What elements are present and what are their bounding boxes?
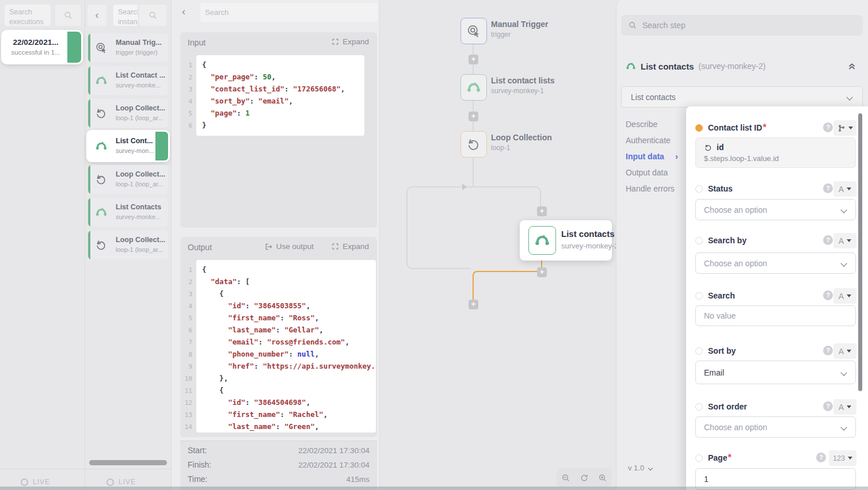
type-selector-text[interactable]: A: [833, 399, 856, 415]
chevron-down-icon: [840, 369, 847, 376]
node-title: List contacts: [561, 229, 615, 239]
add-step-button[interactable]: +: [537, 206, 547, 216]
version-select[interactable]: v 1.0: [628, 464, 652, 472]
help-icon[interactable]: ?: [816, 453, 826, 462]
node-subtitle: survey-monkey-2: [561, 242, 619, 250]
help-icon[interactable]: ?: [823, 290, 833, 300]
add-step-button[interactable]: +: [537, 267, 547, 277]
debug-search-input[interactable]: Search: [200, 3, 378, 22]
surveymonkey-icon: [466, 80, 481, 95]
step-subtitle: loop-1 (loop_ar...: [116, 114, 163, 121]
zoom-in-icon[interactable]: [598, 473, 607, 483]
node-manual-trigger[interactable]: [460, 18, 487, 44]
step-item-list-contact-lists[interactable]: List Contact ... survey-monke...: [88, 66, 168, 95]
surveymonkey-icon: [626, 61, 636, 71]
node-subtitle: trigger: [491, 30, 511, 39]
type-selector-jsonpath[interactable]: [833, 120, 856, 136]
search-step-input[interactable]: [642, 21, 856, 30]
output-expand-button[interactable]: Expand: [332, 242, 369, 251]
menu-item-handle-errors[interactable]: Handle errors: [626, 184, 675, 193]
field-label: Search: [708, 291, 735, 300]
step-item-list-contacts-2[interactable]: List Contacts survey-monke...: [88, 198, 168, 227]
add-step-button[interactable]: +: [469, 112, 478, 121]
sort-by-select[interactable]: Email: [695, 361, 856, 384]
type-selector-text[interactable]: A: [833, 181, 856, 197]
type-selector-number[interactable]: 123: [829, 450, 856, 466]
menu-item-input-data[interactable]: Input data: [626, 152, 664, 161]
connector-line: [473, 44, 474, 55]
step-item-manual-trigger[interactable]: Manual Trig... trigger (trigger): [88, 33, 168, 62]
manual-trigger-icon: [466, 24, 481, 39]
input-expand-button[interactable]: Expand: [332, 37, 369, 46]
search-executions-input[interactable]: Search executions: [5, 5, 51, 26]
connector-line: [473, 101, 474, 112]
add-step-button[interactable]: +: [469, 55, 478, 64]
zoom-out-icon[interactable]: [561, 473, 570, 483]
finish-label: Finish:: [188, 460, 211, 469]
sort-order-select[interactable]: Choose an option: [695, 416, 856, 438]
add-step-button[interactable]: +: [469, 300, 478, 309]
help-icon[interactable]: ?: [823, 346, 833, 355]
operation-select[interactable]: List contacts: [621, 86, 863, 108]
node-box[interactable]: [528, 226, 556, 255]
contact-list-id-value[interactable]: id $.steps.loop-1.value.id: [695, 137, 856, 168]
time-label: Time:: [188, 474, 207, 484]
help-icon[interactable]: ?: [823, 122, 833, 132]
search-instances-button[interactable]: [139, 5, 166, 26]
type-selector-text[interactable]: A: [833, 288, 856, 304]
workflow-canvas[interactable]: + + + + + Manual Trigger trigger List co…: [380, 0, 616, 490]
status-select[interactable]: Choose an option: [695, 199, 856, 220]
menu-item-output-data[interactable]: Output data: [626, 168, 668, 177]
node-title: List contact lists: [491, 76, 554, 85]
search-by-select[interactable]: Choose an option: [695, 252, 856, 274]
line-numbers: 1234567891011121314: [181, 260, 196, 433]
menu-item-describe[interactable]: Describe: [626, 120, 657, 129]
help-icon[interactable]: ?: [823, 183, 833, 193]
type-selector-text[interactable]: A: [833, 233, 856, 248]
live-label: LIVE: [119, 478, 136, 486]
select-placeholder: Choose an option: [704, 205, 767, 215]
step-subtitle: trigger (trigger): [116, 49, 158, 56]
loop-icon: [466, 137, 481, 152]
manual-trigger-icon: [95, 41, 108, 54]
node-loop-collection[interactable]: [460, 131, 487, 158]
search-step-box[interactable]: [621, 15, 863, 36]
caret-down-icon: [847, 187, 851, 190]
back-button[interactable]: ‹: [182, 5, 185, 18]
steps-live-toggle[interactable]: LIVE: [106, 478, 136, 486]
step-item-list-contacts-selected[interactable]: List Cont... survey-mon...: [88, 132, 168, 160]
collapse-instances-button[interactable]: ‹: [87, 5, 106, 26]
collapse-panel-button[interactable]: [847, 61, 857, 71]
node-list-contacts-selected[interactable]: List contacts survey-monkey-2: [520, 220, 612, 261]
form-scrollbar[interactable]: [858, 113, 862, 391]
input-code-block: 123456 { "per_page": 50, "contact_list_i…: [181, 55, 364, 136]
executions-live-toggle[interactable]: LIVE: [21, 478, 50, 486]
live-indicator-icon: [21, 478, 28, 486]
execution-card[interactable]: 22/02/2021... successful in 1...: [3, 32, 81, 63]
refresh-icon[interactable]: [580, 473, 589, 483]
step-item-loop-collection-1[interactable]: Loop Collect... loop-1 (loop_ar...: [88, 99, 168, 128]
search-executions-button[interactable]: [55, 5, 81, 26]
step-item-loop-collection-2[interactable]: Loop Collect... loop-1 (loop_ar...: [88, 165, 168, 194]
type-selector-text[interactable]: A: [833, 343, 856, 359]
step-item-loop-collection-3[interactable]: Loop Collect... loop-1 (loop_ar...: [88, 231, 168, 259]
use-output-button[interactable]: Use output: [265, 242, 314, 251]
search-icon: [148, 10, 158, 20]
start-label: Start:: [188, 446, 207, 455]
chevron-down-icon: [840, 206, 847, 213]
loop-path-corner: [406, 186, 413, 193]
search-instances-input[interactable]: Search instances: [113, 5, 138, 26]
help-icon[interactable]: ?: [823, 235, 833, 245]
chevron-right-icon: ›: [675, 151, 678, 161]
node-list-contact-lists[interactable]: [460, 74, 487, 101]
value-indicator: [695, 185, 703, 193]
node-title: Loop Collection: [491, 133, 552, 142]
help-icon[interactable]: ?: [823, 401, 833, 411]
executed-connector: [478, 271, 537, 272]
menu-item-authenticate[interactable]: Authenticate: [626, 136, 671, 145]
search-input-field[interactable]: No value: [695, 305, 856, 326]
steps-horizontal-scrollbar[interactable]: [89, 460, 167, 465]
step-subtitle: survey-monke...: [116, 82, 161, 89]
loop-path-left: [406, 193, 408, 263]
loop-path-right: [540, 193, 541, 206]
